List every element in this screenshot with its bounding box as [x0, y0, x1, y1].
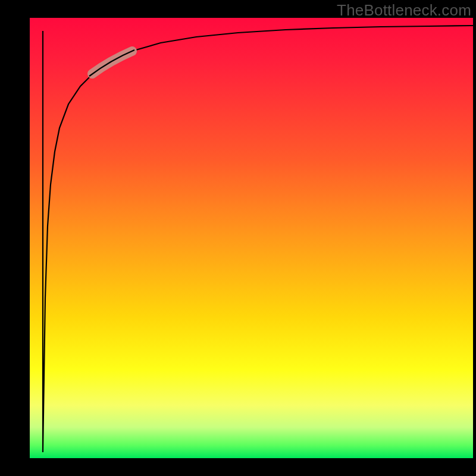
watermark-text: TheBottleneck.com	[337, 1, 471, 20]
spike-down	[43, 26, 473, 452]
chart-stage: TheBottleneck.com	[0, 0, 476, 476]
chart-svg	[0, 0, 476, 476]
